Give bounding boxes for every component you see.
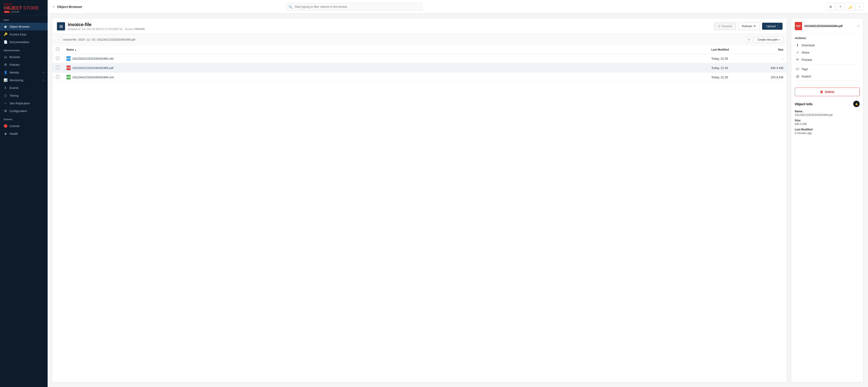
share-action[interactable]: ↗ Share: [795, 49, 860, 56]
sidebar-item-identity[interactable]: 👤 Identity ▾: [0, 68, 48, 76]
sidebar-item-label: Access Keys: [9, 33, 26, 36]
rp-actions-title: Actions:: [795, 36, 860, 40]
create-path-button[interactable]: Create new path ⌗: [754, 36, 783, 43]
chevron-down-icon: ▾: [43, 71, 44, 74]
rewind-icon: ↺: [718, 25, 721, 28]
path-back-button[interactable]: ‹: [56, 37, 61, 42]
refresh-button[interactable]: Refresh ↻: [738, 23, 760, 30]
row-checkbox[interactable]: [56, 75, 59, 79]
size-column-header[interactable]: Size: [753, 46, 787, 54]
modified-column-header[interactable]: Last Modified: [708, 46, 753, 54]
sidebar-item-configuration[interactable]: ⚙ Configuration: [0, 107, 48, 115]
info-size-row: Size: 940.4 KiB: [795, 119, 860, 126]
rp-file-header: PDF 2412342123232434342484.pdf ↗: [795, 22, 860, 34]
rewind-button[interactable]: ↺ Rewind: [714, 23, 736, 30]
back-arrow-icon: ←: [52, 5, 56, 9]
preview-label: Preview: [802, 58, 812, 61]
sidebar-item-label: Identity: [9, 71, 19, 74]
create-path-label: Create new path: [757, 38, 777, 41]
bucket-meta: Created on: Tue, Dec 03 2024 21:27:59 (G…: [68, 28, 145, 30]
rewind-label: Rewind: [722, 25, 732, 28]
divider: [795, 64, 860, 64]
preview-icon: 👁: [796, 58, 799, 61]
preview-action[interactable]: 👁 Preview: [795, 56, 860, 63]
bucket-header-actions: ↺ Rewind Refresh ↻ Upload ↑: [714, 23, 782, 30]
sidebar-item-documentation[interactable]: 📄 Documentation: [0, 38, 48, 46]
right-panel: PDF 2412342123232434342484.pdf ↗ Actions…: [791, 18, 864, 383]
download-action[interactable]: ⬇ Download: [795, 41, 860, 49]
trash-icon: 🗑: [820, 90, 823, 94]
file-name-cell: PDF 2412342123232434342484.pdf: [66, 65, 704, 70]
events-icon: λ: [4, 86, 7, 90]
refresh-icon: ↻: [753, 25, 756, 28]
select-all-checkbox[interactable]: [56, 48, 59, 51]
bucket-title-wrap: ▤ invoice-file Created on: Tue, Dec 03 2…: [57, 22, 145, 30]
table-row[interactable]: PDF 2412342123232434342484.pdf Today, 21…: [52, 63, 787, 72]
info-size-value: 940.4 KiB: [795, 122, 860, 126]
search-container: 🔍: [286, 3, 423, 10]
row-checkbox[interactable]: [56, 66, 59, 69]
sidebar-item-label: Events: [9, 86, 19, 90]
info-modified-value: 9 minutes ago: [795, 131, 860, 135]
delete-button[interactable]: 🗑 Delete: [795, 88, 860, 96]
settings-button[interactable]: ⚙: [827, 3, 835, 11]
external-link-icon[interactable]: ↗: [857, 24, 860, 28]
key-icon: 🔑: [4, 32, 7, 36]
sidebar-item-access-keys[interactable]: 🔑 Access Keys: [0, 30, 48, 38]
refresh-label: Refresh: [742, 25, 752, 28]
brand-sub: AGPL LICENSE: [4, 11, 44, 13]
file-size: 103.8 KiB: [753, 72, 787, 82]
sidebar-item-buckets[interactable]: 🗂 Buckets: [0, 53, 48, 61]
sidebar-item-object-browser[interactable]: ◉ Object Browser: [0, 23, 48, 30]
name-column-header[interactable]: Name: [63, 46, 708, 54]
content-area: ▤ invoice-file Created on: Tue, Dec 03 2…: [48, 13, 868, 387]
site-replication-icon: ↔: [4, 101, 7, 105]
share-icon: ↗: [796, 51, 799, 54]
rp-filename: 2412342123232434342484.pdf: [804, 25, 855, 28]
section-subnet: Subnet: [0, 115, 48, 122]
info-modified-row: Last Modified: 9 minutes ago: [795, 128, 860, 135]
inspect-action[interactable]: ▤ Inspect: [795, 72, 860, 80]
file-browser: ‹ invoice-file / 2024 / 12 / 03 / 241234…: [52, 34, 787, 382]
sidebar-item-tiering[interactable]: ⬡ Tiering: [0, 92, 48, 99]
tags-label: Tags: [802, 67, 808, 71]
rp-object-info: Object Info 🔒 Name: 24123421232324343424…: [795, 99, 860, 137]
tags-action[interactable]: 🏷 Tags: [795, 65, 860, 72]
bucket-icon: ▤: [57, 22, 65, 30]
back-button[interactable]: ← Object Browser: [52, 5, 82, 9]
copy-icon: ⎘: [748, 38, 750, 41]
config-icon: ⚙: [4, 109, 7, 113]
health-icon: ◈: [4, 132, 7, 136]
logo: MIN|O OBJECT STORE AGPL LICENSE: [0, 0, 48, 16]
bucket-header: ▤ invoice-file Created on: Tue, Dec 03 2…: [52, 19, 787, 34]
object-browser-icon: ◉: [4, 25, 7, 28]
sidebar-item-label: Documentation: [9, 40, 29, 44]
chevron-down-icon: ▾: [43, 79, 44, 82]
sidebar-item-monitoring[interactable]: 📊 Monitoring ▾: [0, 76, 48, 84]
sidebar-item-health[interactable]: ◈ Health: [0, 130, 48, 138]
sidebar-item-events[interactable]: λ Events: [0, 84, 48, 92]
file-name: 2412342123232434342484.pdf: [72, 66, 113, 70]
search-icon: 🔍: [289, 5, 292, 8]
table-row[interactable]: XML 2412342123232434342484.xml Today, 21…: [52, 72, 787, 82]
main-content: ← Object Browser 🔍 ⚙ ? 🌙 ↑: [48, 0, 868, 387]
sidebar-item-label: Object Browser: [9, 25, 30, 28]
sidebar-item-policies[interactable]: ⚙ Policies: [0, 61, 48, 68]
sidebar-item-site-replication[interactable]: ↔ Site Replication: [0, 99, 48, 107]
search-input[interactable]: [286, 3, 423, 10]
help-button[interactable]: ?: [836, 3, 844, 11]
upload-button[interactable]: Upload ↑: [762, 23, 782, 30]
file-size: 940.4 KiB: [753, 63, 787, 72]
row-checkbox[interactable]: [56, 57, 59, 60]
theme-button[interactable]: 🌙: [846, 3, 854, 11]
sidebar: MIN|O OBJECT STORE AGPL LICENSE User ◉ O…: [0, 0, 48, 387]
path-copy-button[interactable]: ⎘: [746, 36, 752, 43]
object-info-title: Object Info: [795, 102, 812, 106]
download-icon: ⬇: [796, 43, 799, 47]
brand-title: OBJECT STORE: [4, 6, 44, 10]
sidebar-item-license[interactable]: 🔴 License: [0, 122, 48, 130]
export-button[interactable]: ↑: [855, 3, 864, 11]
section-user: User: [0, 16, 48, 23]
table-row[interactable]: OFD 2412342123232434342484.ofd Today, 21…: [52, 54, 787, 63]
inspect-icon: ▤: [796, 75, 799, 78]
